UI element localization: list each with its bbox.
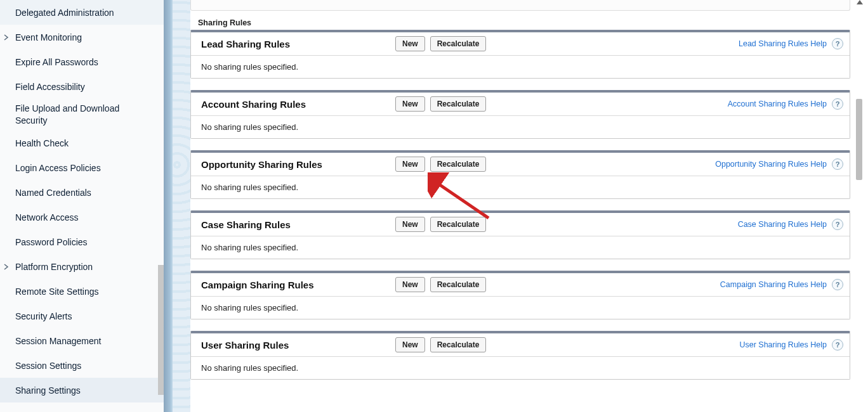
recalculate-button[interactable]: Recalculate: [430, 96, 487, 112]
opportunity-sharing-rules-block: Opportunity Sharing Rules New Recalculat…: [190, 150, 850, 199]
new-button[interactable]: New: [395, 157, 425, 172]
sidebar-item-label: Health Check: [15, 138, 69, 148]
new-button[interactable]: New: [395, 36, 425, 51]
sharing-rules-heading: Sharing Rules: [198, 18, 850, 27]
recalculate-button[interactable]: Recalculate: [430, 157, 487, 172]
chevron-right-icon: [4, 264, 11, 270]
empty-message: No sharing rules specified.: [191, 357, 850, 379]
sidebar-item-label: Session Management: [15, 336, 101, 346]
empty-message: No sharing rules specified.: [191, 236, 850, 259]
lead-sharing-rules-block: Lead Sharing Rules New Recalculate Lead …: [190, 30, 850, 79]
block-title: Opportunity Sharing Rules: [191, 159, 391, 170]
sidebar-item-label: Delegated Administration: [15, 8, 114, 18]
sidebar-item-label: Expire All Passwords: [15, 57, 98, 67]
case-sharing-rules-block: Case Sharing Rules New Recalculate Case …: [190, 210, 850, 259]
sidebar-item-label: Remote Site Settings: [15, 286, 99, 297]
previous-section-bottom: [190, 0, 850, 11]
help-link[interactable]: Campaign Sharing Rules Help: [720, 280, 827, 289]
new-button[interactable]: New: [395, 96, 425, 112]
sidebar-scrollbar-thumb[interactable]: [158, 265, 164, 395]
help-icon[interactable]: ?: [832, 38, 843, 49]
help-icon[interactable]: ?: [832, 219, 843, 230]
sidebar-item-security-alerts[interactable]: Security Alerts: [0, 304, 164, 328]
sidebar-item-health-check[interactable]: Health Check: [0, 131, 164, 155]
decorative-gutter: [164, 0, 190, 412]
sidebar-item-session-management[interactable]: Session Management: [0, 328, 164, 353]
empty-message: No sharing rules specified.: [191, 176, 850, 198]
new-button[interactable]: New: [395, 217, 425, 232]
sidebar-item-network-access[interactable]: Network Access: [0, 205, 164, 229]
help-link[interactable]: Account Sharing Rules Help: [728, 100, 827, 108]
block-title: Campaign Sharing Rules: [191, 280, 391, 290]
block-title: Lead Sharing Rules: [191, 39, 391, 49]
campaign-sharing-rules-block: Campaign Sharing Rules New Recalculate C…: [190, 271, 850, 319]
sidebar-item-named-credentials[interactable]: Named Credentials: [0, 180, 164, 205]
user-sharing-rules-block: User Sharing Rules New Recalculate User …: [190, 331, 850, 380]
sidebar-item-label: File Upload and Download Security: [15, 103, 142, 127]
sidebar-item-sharing-settings[interactable]: Sharing Settings: [0, 378, 164, 402]
recalculate-button[interactable]: Recalculate: [430, 277, 487, 292]
sidebar-item-label: Session Settings: [15, 361, 81, 371]
recalculate-button[interactable]: Recalculate: [430, 337, 487, 352]
new-button[interactable]: New: [395, 337, 425, 352]
block-title: Account Sharing Rules: [191, 99, 391, 110]
sidebar-item-label: Login Access Policies: [15, 163, 101, 173]
page-scrollbar[interactable]: [854, 0, 864, 412]
sidebar-item-expire-all-passwords[interactable]: Expire All Passwords: [0, 49, 164, 74]
recalculate-button[interactable]: Recalculate: [430, 36, 487, 51]
sidebar-item-label: Platform Encryption: [15, 262, 93, 272]
help-icon[interactable]: ?: [832, 158, 843, 170]
sidebar-item-session-settings[interactable]: Session Settings: [0, 353, 164, 378]
empty-message: No sharing rules specified.: [191, 297, 850, 319]
sidebar-item-platform-encryption[interactable]: Platform Encryption: [0, 254, 164, 279]
scroll-up-icon[interactable]: [857, 0, 863, 4]
setup-sidebar: Delegated Administration Event Monitorin…: [0, 0, 164, 412]
sidebar-item-label: Network Access: [15, 212, 79, 222]
new-button[interactable]: New: [395, 277, 425, 292]
empty-message: No sharing rules specified.: [191, 116, 850, 138]
sidebar-item-label: Password Policies: [15, 237, 88, 247]
empty-message: No sharing rules specified.: [191, 56, 850, 78]
help-link[interactable]: Case Sharing Rules Help: [738, 220, 827, 229]
block-title: Case Sharing Rules: [191, 219, 391, 230]
account-sharing-rules-block: Account Sharing Rules New Recalculate Ac…: [190, 90, 850, 139]
help-icon[interactable]: ?: [832, 98, 843, 110]
sidebar-item-label: Field Accessibility: [15, 82, 85, 92]
sidebar-item-file-upload-security[interactable]: File Upload and Download Security: [0, 99, 164, 131]
sidebar-item-label: Named Credentials: [15, 188, 91, 198]
help-icon[interactable]: ?: [832, 339, 843, 351]
sidebar-item-password-policies[interactable]: Password Policies: [0, 229, 164, 254]
sidebar-item-field-accessibility[interactable]: Field Accessibility: [0, 74, 164, 99]
main-content: Sharing Rules Lead Sharing Rules New Rec…: [190, 0, 850, 412]
sidebar-item-remote-site-settings[interactable]: Remote Site Settings: [0, 279, 164, 304]
sidebar-item-event-monitoring[interactable]: Event Monitoring: [0, 25, 164, 49]
help-link[interactable]: User Sharing Rules Help: [739, 340, 827, 349]
sidebar-item-label: Event Monitoring: [15, 32, 82, 42]
help-link[interactable]: Lead Sharing Rules Help: [739, 39, 827, 48]
scrollbar-thumb[interactable]: [856, 99, 862, 180]
sidebar-item-label: Security Alerts: [15, 311, 72, 321]
help-link[interactable]: Opportunity Sharing Rules Help: [715, 160, 827, 169]
block-title: User Sharing Rules: [191, 340, 391, 351]
help-icon[interactable]: ?: [832, 279, 843, 290]
sidebar-item-label: Sharing Settings: [15, 385, 81, 396]
sidebar-item-delegated-administration[interactable]: Delegated Administration: [0, 0, 164, 25]
chevron-right-icon: [4, 34, 11, 41]
sidebar-item-login-access-policies[interactable]: Login Access Policies: [0, 155, 164, 180]
recalculate-button[interactable]: Recalculate: [430, 217, 487, 232]
